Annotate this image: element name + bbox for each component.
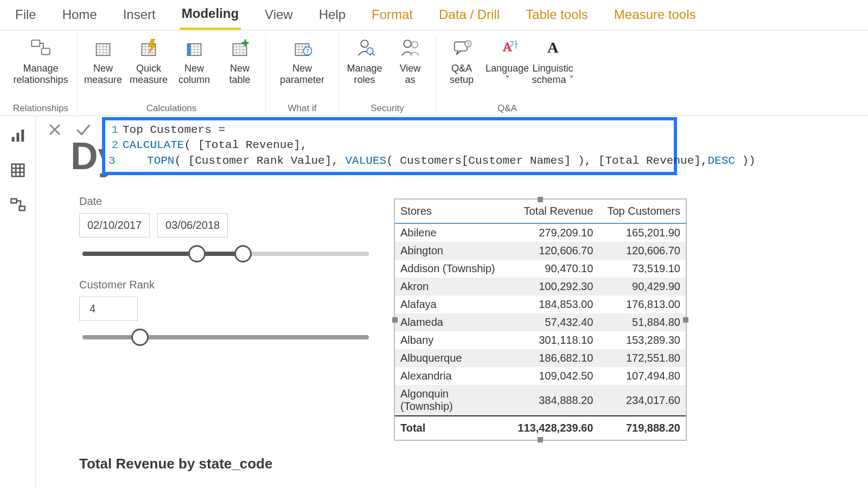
customer-rank-input[interactable]: 4 (79, 297, 138, 321)
table-row[interactable]: Akron100,292.3090,429.90 (395, 278, 686, 296)
table-cell: 186,682.10 (509, 349, 598, 367)
table-row[interactable]: Abington120,606.70120,606.70 (395, 242, 686, 260)
manage-roles-icon (351, 37, 378, 60)
ribbon-btn-label: Quick (136, 63, 161, 74)
view-as-button[interactable]: Viewas (389, 35, 431, 102)
new-parameter-button[interactable]: ?Newparameter (270, 35, 334, 102)
language--button[interactable]: A가Language ˅ (486, 35, 528, 102)
date-to-input[interactable]: 03/06/2018 (157, 213, 228, 237)
resize-handle-top[interactable] (538, 197, 543, 202)
svg-rect-58 (11, 199, 16, 203)
table-row[interactable]: Albany301,118.10153,289.30 (395, 331, 686, 349)
new-table-button[interactable]: Newtable (219, 35, 261, 102)
customer-rank-slider-track[interactable] (82, 335, 369, 339)
table-row[interactable]: Algonquin (Township)384,888.20234,017.60 (395, 385, 686, 416)
new-table-icon (226, 37, 253, 60)
svg-point-43 (404, 40, 411, 47)
new-parameter-icon: ? (289, 37, 316, 60)
table-cell: Abilene (395, 223, 509, 242)
stores-table-visual[interactable]: StoresTotal RevenueTop Customers Abilene… (394, 198, 687, 441)
table-row[interactable]: Albuquerque186,682.10172,551.80 (395, 349, 686, 367)
new-measure-button[interactable]: Newmeasure (82, 35, 124, 102)
svg-rect-52 (21, 130, 24, 142)
svg-rect-50 (11, 137, 14, 142)
formula-commit-button[interactable] (74, 120, 92, 139)
formula-bar: 1Top Customers =2CALCULATE( [Total Reven… (41, 117, 863, 175)
ribbon-btn-label: Manage (347, 63, 382, 74)
date-slicer-label: Date (79, 195, 372, 208)
new-column-button[interactable]: Newcolumn (173, 35, 215, 102)
manage-relationships-button[interactable]: Managerelationships (9, 35, 73, 102)
table-cell: 165,201.90 (598, 223, 686, 242)
resize-handle-left[interactable] (392, 317, 398, 323)
resize-handle-bottom[interactable] (538, 437, 543, 442)
menu-tab-measure-tools[interactable]: Measure tools (612, 5, 698, 29)
date-slider-track[interactable] (82, 252, 369, 256)
ribbon-btn-label2: as (405, 74, 415, 86)
table-row[interactable]: Abilene279,209.10165,201.90 (395, 223, 686, 242)
svg-text:가: 가 (509, 39, 518, 49)
table-cell: 57,432.40 (509, 313, 598, 331)
table-cell: Alameda (395, 313, 509, 331)
manage-roles-button[interactable]: Manageroles (343, 35, 386, 102)
table-cell: Abington (395, 242, 509, 260)
linguistic-schema-button[interactable]: ALinguisticschema ˅ (532, 35, 574, 102)
customer-rank-slicer[interactable]: Customer Rank 4 (79, 279, 372, 339)
date-slicer[interactable]: Date 02/10/2017 03/06/2018 (79, 195, 372, 256)
formula-line-text: TOPN( [Customer Rank Value], VALUES( Cus… (120, 153, 756, 169)
quick-measure-button[interactable]: Quickmeasure (127, 35, 170, 102)
formula-line: 1Top Customers = (108, 123, 671, 138)
line-number: 1 (108, 123, 123, 138)
ribbon-btn-label2: relationships (13, 74, 68, 86)
date-slider-handle-end[interactable] (234, 245, 252, 262)
linguistic-schema-icon: A (539, 37, 566, 60)
table-row[interactable]: Alameda57,432.4051,884.80 (395, 313, 686, 331)
table-row[interactable]: Alafaya184,853.00176,813.00 (395, 296, 686, 313)
new-measure-icon (90, 37, 117, 60)
menu-tab-home[interactable]: Home (60, 5, 99, 29)
table-row[interactable]: Alexandria109,042.50107,494.80 (395, 367, 686, 385)
formula-cancel-button[interactable] (46, 120, 64, 139)
table-row[interactable]: Addison (Township)90,470.1073,519.10 (395, 260, 686, 278)
table-cell: 176,813.00 (598, 296, 686, 313)
ribbon-btn-label: New (93, 63, 113, 74)
table-header[interactable]: Top Customers (598, 200, 686, 223)
ribbon-btn-label: New (184, 63, 204, 74)
menu-tab-help[interactable]: Help (317, 5, 348, 29)
formula-line: 2CALCULATE( [Total Revenue], (108, 138, 671, 153)
model-view-icon[interactable] (8, 195, 28, 215)
data-view-icon[interactable] (8, 160, 28, 180)
menu-tab-insert[interactable]: Insert (121, 5, 158, 29)
dax-formula-editor[interactable]: 1Top Customers =2CALCULATE( [Total Reven… (102, 117, 677, 175)
date-slider-handle-start[interactable] (188, 245, 206, 262)
table-header[interactable]: Total Revenue (509, 200, 598, 223)
report-view-icon[interactable] (8, 126, 28, 145)
line-number: 2 (108, 138, 123, 153)
menu-tab-modeling[interactable]: Modeling (180, 4, 241, 30)
table-cell: 120,606.70 (509, 242, 598, 260)
table-total-cell: 113,428,239.60 (509, 416, 598, 440)
table-cell: 73,519.10 (598, 260, 686, 278)
date-from-input[interactable]: 02/10/2017 (79, 213, 150, 237)
menu-tab-view[interactable]: View (263, 5, 295, 29)
table-cell: Albuquerque (395, 349, 509, 367)
left-nav (0, 116, 36, 488)
ribbon-group-label: Relationships (13, 102, 68, 114)
svg-rect-53 (11, 164, 24, 177)
menu-tab-file[interactable]: File (13, 5, 39, 29)
menu-tab-data-drill[interactable]: Data / Drill (437, 5, 502, 29)
resize-handle-right[interactable] (683, 317, 688, 323)
ribbon-group-security: ManagerolesViewasSecurity (339, 35, 436, 114)
table-cell: 51,884.80 (598, 313, 686, 331)
svg-point-44 (412, 42, 418, 48)
menu-tab-table-tools[interactable]: Table tools (524, 5, 590, 29)
menu-tab-format[interactable]: Format (369, 5, 415, 29)
q-a-setup-button[interactable]: Q&Asetup (441, 35, 483, 102)
customer-rank-slider-handle[interactable] (131, 329, 149, 346)
table-header[interactable]: Stores (395, 200, 509, 223)
table-total-cell: 719,888.20 (598, 416, 686, 440)
language-icon: A가 (494, 37, 521, 60)
svg-rect-59 (19, 207, 24, 211)
ribbon-btn-label: New (292, 63, 312, 74)
ribbon-btn-label2: column (178, 74, 210, 86)
